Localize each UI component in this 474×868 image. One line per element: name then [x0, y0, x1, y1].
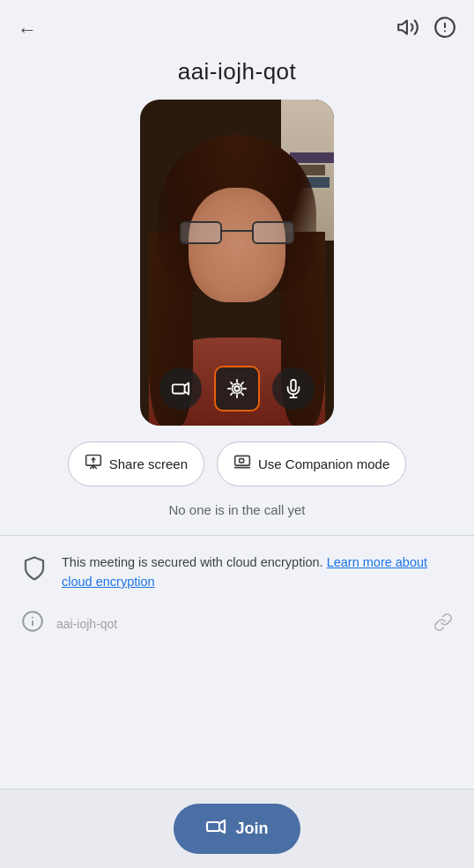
svg-rect-18 [207, 822, 219, 831]
call-status-text: No one is in the call yet [0, 502, 474, 517]
sound-button[interactable] [396, 16, 419, 44]
svg-rect-4 [173, 384, 185, 393]
svg-marker-0 [398, 20, 407, 33]
mic-toggle-button[interactable] [272, 367, 315, 410]
svg-point-6 [233, 384, 242, 394]
join-label: Join [235, 820, 268, 838]
svg-rect-13 [240, 459, 244, 463]
info-icon [21, 610, 44, 638]
glasses [180, 221, 294, 248]
back-button[interactable]: ← [18, 19, 37, 41]
companion-mode-icon [233, 453, 251, 475]
video-controls [159, 366, 315, 412]
glass-bridge [221, 230, 253, 232]
security-text: This meeting is secured with cloud encry… [62, 553, 453, 592]
header: ← [0, 0, 474, 53]
section-divider [0, 535, 474, 536]
bottom-bar: Join [0, 789, 474, 868]
copy-link-icon[interactable] [433, 612, 453, 635]
video-preview [140, 100, 334, 426]
meeting-info-text: aai-iojh-qot [56, 617, 117, 631]
camera-toggle-button[interactable] [159, 367, 202, 410]
join-button[interactable]: Join [174, 804, 300, 854]
header-icons [396, 16, 456, 44]
shield-icon [21, 555, 48, 588]
join-camera-icon [205, 816, 226, 842]
svg-rect-12 [235, 456, 250, 465]
video-preview-container [140, 100, 334, 426]
security-section: This meeting is secured with cloud encry… [0, 553, 474, 592]
glass-right [252, 221, 294, 244]
info-section: aai-iojh-qot [0, 610, 474, 638]
security-description: This meeting is secured with cloud encry… [62, 555, 323, 569]
share-screen-label: Share screen [109, 456, 188, 471]
alert-button[interactable] [433, 16, 456, 44]
share-screen-button[interactable]: Share screen [68, 441, 204, 486]
action-buttons: Share screen Use Companion mode [0, 441, 474, 486]
glass-left [180, 221, 222, 244]
effects-button[interactable] [214, 366, 260, 412]
companion-mode-button[interactable]: Use Companion mode [217, 441, 406, 486]
companion-mode-label: Use Companion mode [258, 456, 389, 471]
meeting-title: aai-iojh-qot [0, 58, 474, 85]
svg-point-5 [234, 386, 240, 391]
share-screen-icon [85, 453, 102, 475]
